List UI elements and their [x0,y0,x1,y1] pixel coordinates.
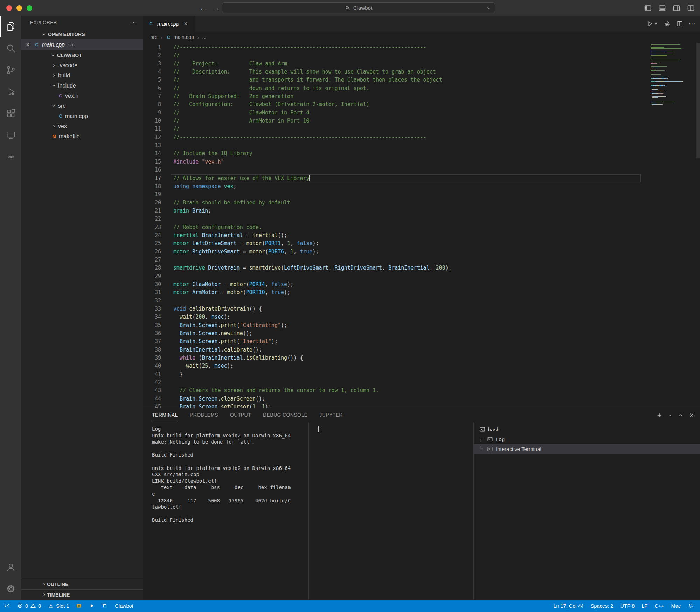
code-line-16[interactable]: 16 [143,166,641,174]
terminal-output[interactable]: Logunix build for platform vexiq2 on Dar… [143,422,308,600]
status-eol[interactable]: LF [638,600,651,612]
code-line-13[interactable]: 13 [143,141,641,149]
tab-main-cpp[interactable]: C main.cpp ✕ [143,16,195,32]
code-line-33[interactable]: 33void calibrateDrivetrain() { [143,305,641,313]
customize-layout-icon[interactable] [687,4,695,12]
code-line-2[interactable]: 2// [143,51,641,60]
project-name-status[interactable]: Clawbot [111,600,137,612]
code-line-15[interactable]: 15#include "vex.h" [143,158,641,166]
tree-item-vex[interactable]: ›vex [21,121,143,131]
panel-tab-terminal[interactable]: TERMINAL [152,408,178,422]
tree-item-main-cpp[interactable]: Cmain.cpp [21,111,143,121]
tree-item-build[interactable]: ›build [21,70,143,81]
code-line-8[interactable]: 8// Configuration: Clawbot (Drivetrain 2… [143,100,641,109]
editor-scrollbar[interactable] [696,43,700,158]
code-line-5[interactable]: 5// and transports it forward. The Clawb… [143,76,641,84]
code-line-6[interactable]: 6// down and returns to its original spo… [143,84,641,92]
toggle-panel-icon[interactable] [658,4,666,12]
chevron-down-icon[interactable] [486,6,491,11]
code-line-30[interactable]: 30motor ClawMotor = motor(PORT4, false); [143,280,641,288]
panel-tab-problems[interactable]: PROBLEMS [190,408,218,422]
code-line-39[interactable]: 39 while (BrainInertial.isCalibrating())… [143,354,641,362]
code-line-9[interactable]: 9// ClawMotor in Port 4 [143,109,641,117]
code-line-36[interactable]: 36 Brain.Screen.newLine(); [143,329,641,338]
code-line-26[interactable]: 26motor RightDriveSmart = motor(PORT6, 1… [143,248,641,256]
code-line-27[interactable]: 27 [143,256,641,264]
interactive-terminal-pane[interactable] [308,422,473,600]
code-line-40[interactable]: 40 wait(25, msec); [143,362,641,370]
close-icon[interactable]: ✕ [26,42,34,47]
code-line-7[interactable]: 7// Brain Supported: 2nd generation [143,92,641,100]
code-line-19[interactable]: 19 [143,190,641,199]
vex-brain-button[interactable] [72,600,85,612]
activity-source-control[interactable] [0,59,21,81]
close-icon[interactable]: ✕ [184,21,188,26]
code-line-31[interactable]: 31motor ArmMotor = motor(PORT10, true); [143,288,641,297]
breadcrumb-item[interactable]: Cmain.cpp [165,34,194,40]
code-line-35[interactable]: 35 Brain.Screen.print("Calibrating"); [143,321,641,329]
code-line-4[interactable]: 4// Description: This example will show … [143,68,641,76]
terminal-list-item-interactive-terminal[interactable]: └Interactive Terminal [474,444,700,454]
tree-item-include[interactable]: ›include [21,81,143,91]
gear-icon[interactable] [664,20,671,27]
code-line-20[interactable]: 20// Brain should be defined by default [143,199,641,207]
code-line-18[interactable]: 18using namespace vex; [143,182,641,190]
remote-indicator[interactable] [0,600,14,612]
panel-tab-jupyter[interactable]: JUPYTER [319,408,343,422]
navigate-back-icon[interactable]: ← [200,4,207,12]
code-line-17[interactable]: 17// Allows for easier use of the VEX Li… [143,174,641,182]
panel-tab-output[interactable]: OUTPUT [230,408,251,422]
tree-item--vscode[interactable]: ›.vscode [21,60,143,70]
new-terminal-icon[interactable] [656,412,663,418]
activity-settings[interactable] [0,578,21,600]
code-line-14[interactable]: 14// Include the IQ Library [143,149,641,158]
open-editor-item[interactable]: ✕Cmain.cppsrc [21,39,143,50]
code-line-1[interactable]: 1//-------------------------------------… [143,43,641,51]
tree-item-src[interactable]: ›src [21,101,143,111]
code-line-12[interactable]: 12//------------------------------------… [143,133,641,141]
activity-run-debug[interactable] [0,81,21,103]
code-line-23[interactable]: 23// Robot configuration code. [143,223,641,231]
navigate-forward-icon[interactable]: → [213,4,220,12]
tree-item-makefile[interactable]: Mmakefile [21,131,143,141]
status-encoding[interactable]: UTF-8 [617,600,638,612]
code-line-34[interactable]: 34 wait(200, msec); [143,313,641,321]
code-line-42[interactable]: 42 [143,378,641,387]
command-center-search[interactable]: Clawbot [222,2,495,13]
code-line-25[interactable]: 25motor LeftDriveSmart = motor(PORT1, 1,… [143,239,641,248]
activity-explorer[interactable] [0,16,21,37]
terminal-list-item-bash[interactable]: bash [474,424,700,434]
code-line-11[interactable]: 11// [143,125,641,133]
code-line-22[interactable]: 22 [143,215,641,223]
slot-selector[interactable]: Slot 1 [44,600,72,612]
notifications-bell[interactable] [684,600,697,612]
terminal-list-item-log[interactable]: ┌Log [474,434,700,444]
code-line-43[interactable]: 43 // Clears the screen and returns the … [143,387,641,395]
minimize-window-button[interactable] [16,5,22,11]
activity-accounts[interactable] [0,556,21,578]
project-root-header[interactable]: › CLAWBOT [21,50,143,60]
status-platform[interactable]: Mac [668,600,684,612]
code-line-45[interactable]: 45 Brain.Screen.setCursor(1, 1); [143,403,641,408]
close-window-button[interactable] [6,5,12,11]
code-line-21[interactable]: 21brain Brain; [143,207,641,215]
panel-tab-debug-console[interactable]: DEBUG CONSOLE [263,408,307,422]
activity-vex[interactable]: v=x [0,146,21,168]
breadcrumb-item[interactable]: ... [202,34,206,40]
split-editor-icon[interactable] [676,20,683,27]
breadcrumb-item[interactable]: src [151,34,157,40]
status-language-mode[interactable]: C++ [651,600,667,612]
activity-remote-explorer[interactable] [0,124,21,146]
timeline-section-header[interactable]: › TIMELINE [21,589,143,600]
activity-extensions[interactable] [0,103,21,124]
zoom-window-button[interactable] [27,5,32,11]
close-panel-icon[interactable] [689,412,694,418]
open-editors-header[interactable]: › OPEN EDITORS [21,29,143,39]
code-line-29[interactable]: 29 [143,272,641,280]
code-line-10[interactable]: 10// ArmMotor in Port 10 [143,117,641,125]
problems-status[interactable]: 0 0 [14,600,44,612]
tree-item-vex-h[interactable]: Cvex.h [21,91,143,101]
more-actions-icon[interactable]: ··· [130,19,137,26]
code-line-44[interactable]: 44 Brain.Screen.clearScreen(); [143,395,641,403]
play-program-button[interactable] [85,600,98,612]
